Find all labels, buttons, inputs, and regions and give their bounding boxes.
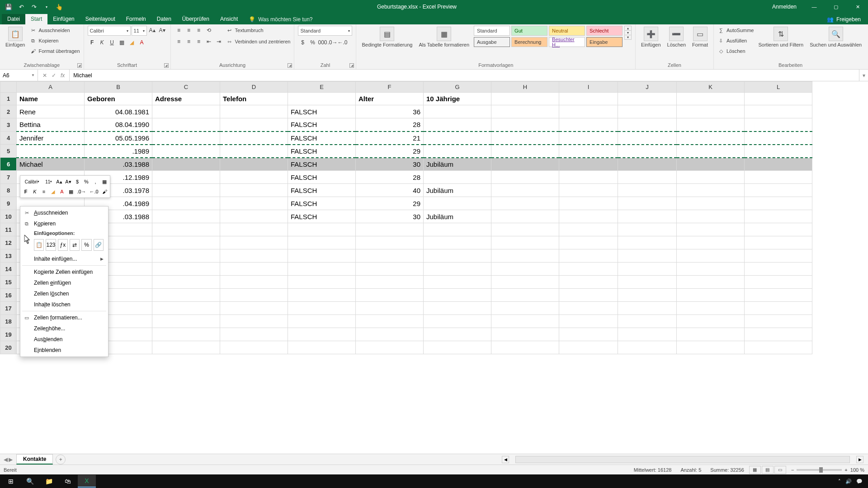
cell-K8[interactable] <box>677 184 745 197</box>
cell-K10[interactable] <box>677 210 745 223</box>
col-header-I[interactable]: I <box>559 82 618 93</box>
mini-font-size[interactable]: 11▾ <box>43 177 54 186</box>
col-header-A[interactable]: A <box>17 82 85 93</box>
cell-I4[interactable] <box>559 131 618 145</box>
ctx-cut[interactable]: ✂Ausschneiden <box>20 207 108 218</box>
row-header-5[interactable]: 5 <box>0 145 17 158</box>
system-tray[interactable]: ˄ 🔊 💬 <box>835 479 866 484</box>
cell-H10[interactable] <box>491 210 559 223</box>
cell-E12[interactable] <box>288 236 356 249</box>
close-button[interactable]: ✕ <box>847 0 868 14</box>
cell-K12[interactable] <box>677 236 745 249</box>
cell-H19[interactable] <box>491 328 559 341</box>
cell-K16[interactable] <box>677 289 745 302</box>
cell-K14[interactable] <box>677 263 745 276</box>
zoom-value[interactable]: 100 % <box>850 467 864 473</box>
cell-G10[interactable]: Jubiläum <box>424 210 491 223</box>
sheet-nav-last-icon[interactable]: ▶ <box>9 456 13 463</box>
underline-button[interactable]: U <box>108 38 117 47</box>
row-header-15[interactable]: 15 <box>0 276 17 289</box>
row-header-12[interactable]: 12 <box>0 236 17 249</box>
cell-F17[interactable] <box>356 302 424 315</box>
font-size-select[interactable]: 11▾ <box>132 26 147 36</box>
cell-E9[interactable]: FALSCH <box>288 197 356 210</box>
format-cells-button[interactable]: ▭Format <box>690 26 710 48</box>
cell-H8[interactable] <box>491 184 559 197</box>
paste-option-link-icon[interactable]: 🔗 <box>94 239 104 251</box>
row-header-3[interactable]: 3 <box>0 118 17 131</box>
ctx-paste-special[interactable]: Inhalte einfügen...▶ <box>20 253 108 264</box>
cell-D14[interactable] <box>220 263 288 276</box>
font-dialog-launcher[interactable]: ◢ <box>164 63 169 68</box>
cell-F8[interactable]: 40 <box>356 184 424 197</box>
mini-comma-icon[interactable]: , <box>91 177 99 186</box>
copy-button[interactable]: ⧉Kopieren <box>29 36 80 45</box>
taskbar-store-icon[interactable]: 🛍 <box>59 475 77 488</box>
select-all-corner[interactable] <box>0 82 17 93</box>
style-gallery-scroll[interactable]: ▴▾▾ <box>624 26 632 40</box>
mini-bold-icon[interactable]: F <box>22 187 30 196</box>
border-button[interactable]: ▦ <box>118 38 127 47</box>
cell-B5[interactable]: .1989 <box>85 145 152 158</box>
col-header-J[interactable]: J <box>618 82 677 93</box>
cancel-formula-icon[interactable]: ✕ <box>42 72 47 79</box>
cell-G16[interactable] <box>424 289 491 302</box>
cell-H18[interactable] <box>491 315 559 328</box>
cell-H11[interactable] <box>491 223 559 236</box>
cell-I19[interactable] <box>559 328 618 341</box>
cell-I6[interactable] <box>559 158 618 171</box>
cell-C5[interactable] <box>152 145 220 158</box>
cell-K7[interactable] <box>677 171 745 184</box>
number-format-select[interactable]: Standard▾ <box>298 26 352 36</box>
row-header-16[interactable]: 16 <box>0 289 17 302</box>
cell-F7[interactable]: 28 <box>356 171 424 184</box>
cell-L14[interactable] <box>745 263 812 276</box>
cell-F5[interactable]: 29 <box>356 145 424 158</box>
decrease-decimal-icon[interactable]: ←.0 <box>338 38 347 47</box>
worksheet[interactable]: ABCDEFGHIJKL1NameGeborenAdresseTelefonAl… <box>0 81 868 454</box>
paste-option-formulas-icon[interactable]: ƒx <box>58 239 68 251</box>
mini-inc-decimal-icon[interactable]: .0→ <box>76 187 87 196</box>
cell-J16[interactable] <box>618 289 677 302</box>
cell-C18[interactable] <box>152 315 220 328</box>
cell-K20[interactable] <box>677 341 745 354</box>
cell-E18[interactable] <box>288 315 356 328</box>
cell-J9[interactable] <box>618 197 677 210</box>
cell-D8[interactable] <box>220 184 288 197</box>
cell-J17[interactable] <box>618 302 677 315</box>
cell-J11[interactable] <box>618 223 677 236</box>
cell-I3[interactable] <box>559 118 618 131</box>
cell-D19[interactable] <box>220 328 288 341</box>
cell-H6[interactable] <box>491 158 559 171</box>
view-page-break-icon[interactable]: ▭ <box>774 466 786 474</box>
cell-K6[interactable] <box>677 158 745 171</box>
cell-D12[interactable] <box>220 236 288 249</box>
ctx-insert-copied[interactable]: Kopierte Zellen einfügen <box>20 267 108 277</box>
cell-F10[interactable]: 30 <box>356 210 424 223</box>
cell-D5[interactable] <box>220 145 288 158</box>
zoom-control[interactable]: − + 100 % <box>791 467 864 473</box>
cell-J3[interactable] <box>618 118 677 131</box>
cell-G18[interactable] <box>424 315 491 328</box>
cell-G3[interactable] <box>424 118 491 131</box>
expand-formula-bar[interactable]: ▾ <box>859 70 868 81</box>
cell-G7[interactable] <box>424 171 491 184</box>
cell-J1[interactable] <box>618 93 677 105</box>
mini-decrease-font-icon[interactable]: A▾ <box>64 177 72 186</box>
tab-start[interactable]: Start <box>25 14 47 24</box>
cell-L1[interactable] <box>745 93 812 105</box>
row-header-14[interactable]: 14 <box>0 263 17 276</box>
cell-G9[interactable] <box>424 197 491 210</box>
cell-A2[interactable]: Rene <box>17 105 85 118</box>
enter-formula-icon[interactable]: ✓ <box>52 72 56 79</box>
wrap-text-button[interactable]: ↩Textumbruch <box>226 26 291 35</box>
cell-I14[interactable] <box>559 263 618 276</box>
cell-L15[interactable] <box>745 276 812 289</box>
cell-J8[interactable] <box>618 184 677 197</box>
cell-H17[interactable] <box>491 302 559 315</box>
cell-H14[interactable] <box>491 263 559 276</box>
cell-H13[interactable] <box>491 249 559 263</box>
cell-E1[interactable] <box>288 93 356 105</box>
tab-insert[interactable]: Einfügen <box>47 14 80 24</box>
cell-H4[interactable] <box>491 131 559 145</box>
